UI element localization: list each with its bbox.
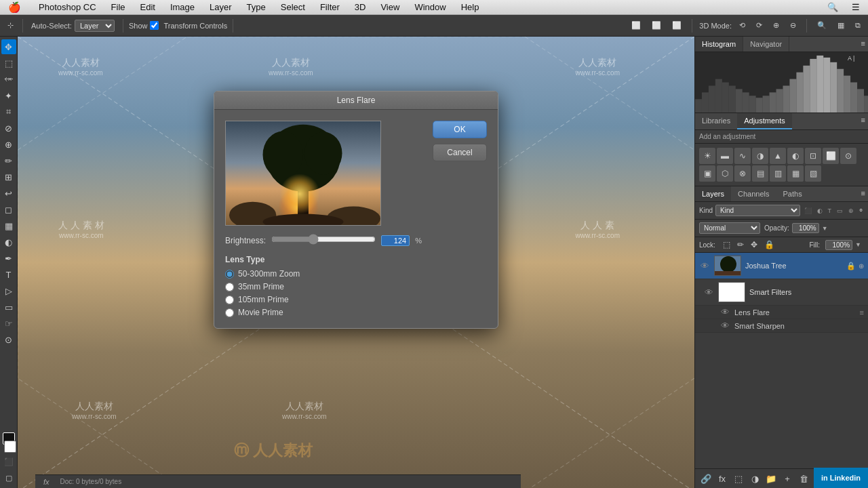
filter-shape-btn[interactable]: ▭: [835, 206, 844, 216]
opacity-chevron[interactable]: ▼: [822, 225, 828, 232]
cancel-button[interactable]: Cancel: [433, 144, 487, 161]
bw-adj-btn[interactable]: ⬜: [823, 148, 839, 164]
layer-adj-btn[interactable]: ◑: [748, 472, 762, 485]
navigator-tab[interactable]: Navigator: [743, 37, 789, 52]
filter-eye-lens[interactable]: 👁: [719, 307, 730, 317]
lens-option-105mm[interactable]: 105mm Prime: [225, 295, 422, 304]
lens-option-movie[interactable]: Movie Prime: [225, 308, 422, 317]
lens-radio-35mm[interactable]: [225, 283, 234, 291]
layers-tab[interactable]: Layers: [695, 186, 731, 201]
menu-filter[interactable]: Filter: [317, 1, 342, 13]
histogram-tab[interactable]: Histogram: [695, 37, 743, 52]
apple-menu[interactable]: 🍎: [5, 1, 24, 14]
menu-window[interactable]: Window: [412, 1, 448, 13]
layer-link-btn[interactable]: 🔗: [699, 472, 713, 485]
libraries-tab[interactable]: Libraries: [695, 113, 737, 129]
channel-mixer-btn[interactable]: ▣: [699, 165, 715, 182]
select-tool[interactable]: ⬚: [1, 56, 16, 70]
path-select-tool[interactable]: ▷: [1, 283, 16, 298]
adjustments-tab[interactable]: Adjustments: [737, 113, 792, 129]
menu-image[interactable]: Image: [167, 1, 197, 13]
layer-delete-btn[interactable]: 🗑: [797, 472, 810, 485]
lock-transparent-btn[interactable]: ⬚: [721, 239, 732, 250]
linkedin-badge[interactable]: in Linkedin: [814, 468, 868, 488]
filter-settings-btn[interactable]: ≡: [860, 308, 864, 317]
menu-view[interactable]: View: [378, 1, 402, 13]
burn-tool[interactable]: ◐: [1, 235, 16, 249]
3d-btn1[interactable]: ⟲: [736, 20, 749, 31]
lens-option-35mm[interactable]: 35mm Prime: [225, 282, 422, 291]
menu-type[interactable]: Type: [244, 1, 269, 13]
menu-help[interactable]: Help: [458, 1, 482, 13]
channels-tab[interactable]: Channels: [731, 186, 776, 201]
photo-filter-btn[interactable]: ⊙: [840, 148, 856, 164]
curves-adj-btn[interactable]: ∿: [734, 148, 751, 164]
magic-wand-tool[interactable]: ✦: [1, 88, 16, 103]
menu-file[interactable]: File: [108, 1, 128, 13]
posterize-adj-btn[interactable]: ▤: [752, 165, 768, 182]
paths-tab[interactable]: Paths: [776, 186, 809, 201]
kind-select[interactable]: Kind: [715, 205, 800, 216]
lens-radio-105mm[interactable]: [225, 296, 234, 304]
hand-tool[interactable]: ☞: [1, 316, 16, 331]
move-tool-options[interactable]: ⊹: [4, 20, 17, 31]
brush-tool[interactable]: ✏: [1, 153, 16, 168]
lasso-tool[interactable]: ⬾: [1, 72, 16, 87]
menu-layer[interactable]: Layer: [207, 1, 235, 13]
layer-options-joshua[interactable]: ⊕: [859, 262, 864, 270]
layer-item-smart-filters[interactable]: 👁 Smart Filters: [695, 279, 868, 306]
lock-pixels-btn[interactable]: ✏: [735, 239, 746, 250]
menu-edit[interactable]: Edit: [138, 1, 158, 13]
layer-eye-joshua[interactable]: 👁: [699, 261, 710, 271]
layers-panel-menu[interactable]: ≡: [859, 186, 868, 201]
filter-toggle[interactable]: ⚬: [858, 206, 864, 215]
eraser-tool[interactable]: ◻: [1, 202, 16, 217]
exposure-adj-btn[interactable]: ◑: [752, 148, 768, 164]
history-tool[interactable]: ↩: [1, 186, 16, 201]
crop-tool[interactable]: ⌗: [1, 104, 16, 119]
3d-btn4[interactable]: ⊖: [787, 20, 800, 31]
filter-item-lens-flare[interactable]: 👁 Lens Flare ≡: [695, 306, 868, 319]
threshold-adj-btn[interactable]: ▥: [770, 165, 786, 182]
layer-mask-btn[interactable]: ⬚: [732, 472, 745, 485]
lens-flare-preview-container[interactable]: [225, 121, 381, 226]
brightness-adj-btn[interactable]: ☀: [699, 148, 715, 164]
lens-radio-zoom[interactable]: [225, 270, 234, 279]
shape-tool[interactable]: ▭: [1, 300, 16, 314]
align-left-btn[interactable]: ⬜: [628, 20, 644, 31]
quick-mask-mode[interactable]: ⬛: [1, 454, 16, 469]
search-btn[interactable]: 🔍: [814, 20, 830, 31]
layer-item-joshua-tree[interactable]: 👁 Joshua Tree 🔒 ⊕: [695, 253, 868, 279]
hsl-adj-btn[interactable]: ◐: [787, 148, 804, 164]
opacity-input[interactable]: [792, 223, 819, 233]
menu-extra-icon[interactable]: ☰: [849, 1, 863, 13]
filter-adj-btn[interactable]: ◐: [816, 206, 824, 216]
layer-group-btn[interactable]: 📁: [764, 472, 778, 485]
menu-3d[interactable]: 3D: [352, 1, 369, 13]
layer-style-btn[interactable]: fx: [715, 472, 729, 485]
stamp-tool[interactable]: ⊞: [1, 169, 16, 184]
levels-adj-btn[interactable]: ▬: [717, 148, 733, 164]
move-tool[interactable]: ✥: [1, 39, 16, 54]
layer-new-btn[interactable]: +: [781, 472, 794, 485]
panel-menu-btn[interactable]: ≡: [859, 37, 868, 52]
menu-select[interactable]: Select: [278, 1, 308, 13]
fill-chevron[interactable]: ▼: [855, 241, 861, 248]
3d-btn2[interactable]: ⟳: [753, 20, 766, 31]
adj-panel-menu[interactable]: ≡: [859, 113, 868, 129]
autoselect-select[interactable]: Layer Group: [75, 20, 115, 32]
invert-adj-btn[interactable]: ⊗: [734, 165, 751, 182]
align-center-btn[interactable]: ⬜: [648, 20, 665, 31]
blend-mode-select[interactable]: Normal Dissolve Multiply Screen: [699, 222, 760, 234]
gradient-map-btn[interactable]: ▦: [787, 165, 804, 182]
gradient-tool[interactable]: ▦: [1, 218, 16, 233]
lens-radio-movie[interactable]: [225, 308, 234, 317]
colorbalance-adj-btn[interactable]: ⊡: [805, 148, 821, 164]
selective-color-btn[interactable]: ▧: [805, 165, 821, 182]
background-color[interactable]: [4, 441, 16, 453]
lens-option-zoom[interactable]: 50-300mm Zoom: [225, 269, 422, 279]
fill-input[interactable]: [825, 240, 852, 250]
brightness-slider[interactable]: [271, 234, 376, 245]
vibrance-adj-btn[interactable]: ▲: [770, 148, 786, 164]
filter-item-smart-sharpen[interactable]: 👁 Smart Sharpen: [695, 319, 868, 333]
